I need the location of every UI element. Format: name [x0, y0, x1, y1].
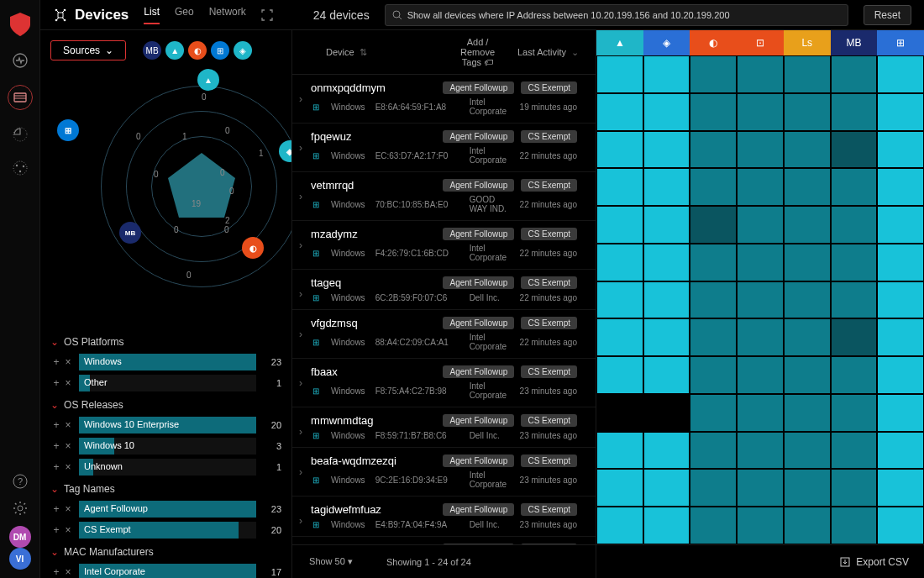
remove-icon[interactable]: ×	[62, 440, 74, 452]
source-node-icon[interactable]: MB	[119, 222, 141, 244]
device-row[interactable]: ›mmwnmdtagAgent FollowupCS Exempt⊞Window…	[292, 407, 596, 448]
add-icon[interactable]: +	[50, 566, 62, 578]
heatmap-cell[interactable]	[877, 131, 924, 169]
heatmap-cell[interactable]	[596, 55, 643, 93]
heatmap-cell[interactable]	[690, 432, 737, 470]
heatmap-cell[interactable]	[643, 318, 690, 356]
heatmap-cell[interactable]	[784, 469, 831, 507]
heatmap-cell[interactable]	[737, 469, 784, 507]
heatmap-cell[interactable]	[643, 206, 690, 244]
heatmap-cell[interactable]	[784, 206, 831, 244]
heatmap-cell[interactable]	[737, 168, 784, 206]
tag-pill[interactable]: Agent Followup	[443, 228, 514, 240]
heatmap-cell[interactable]	[877, 469, 924, 507]
heatmap-cell[interactable]	[643, 394, 690, 432]
tag-pill[interactable]: CS Exempt	[521, 81, 577, 94]
remove-icon[interactable]: ×	[62, 461, 74, 473]
expand-icon[interactable]: ›	[299, 239, 302, 251]
device-row[interactable]: ›ttageqAgent FollowupCS Exempt⊞Windows6C…	[292, 270, 596, 310]
tag-pill[interactable]: CS Exempt	[521, 179, 577, 192]
facet-row[interactable]: +×Other1	[50, 374, 281, 392]
avatar[interactable]: VI	[9, 548, 31, 570]
heatmap-cell[interactable]	[596, 168, 643, 206]
heatmap-cell[interactable]	[877, 507, 924, 544]
heatmap-cell[interactable]	[737, 244, 784, 281]
tag-pill[interactable]: Agent Followup	[443, 81, 514, 94]
tab-list[interactable]: List	[144, 6, 160, 24]
tag-pill[interactable]: CS Exempt	[521, 544, 577, 544]
heatmap-cell[interactable]	[643, 131, 690, 169]
remove-icon[interactable]: ×	[62, 377, 74, 389]
sources-button[interactable]: Sources⌄	[50, 40, 126, 60]
heatmap-cell[interactable]	[831, 131, 878, 169]
heatmap-cell[interactable]	[596, 394, 643, 432]
heatmap-cell[interactable]	[643, 469, 690, 507]
heatmap-cell[interactable]	[831, 206, 878, 244]
add-icon[interactable]: +	[50, 503, 62, 515]
source-icon[interactable]: ⊞	[211, 41, 229, 60]
heatmap-cell[interactable]	[737, 55, 784, 93]
tag-pill[interactable]: Agent Followup	[443, 276, 514, 289]
heatmap-cell[interactable]	[596, 93, 643, 131]
heatmap-cell[interactable]	[877, 356, 924, 394]
device-row[interactable]: ›qnmkagftAgent FollowupCS Exempt⊞Windows…	[292, 537, 596, 544]
remove-icon[interactable]: ×	[62, 356, 74, 368]
heatmap-header-icon[interactable]: ▲	[596, 30, 643, 55]
heatmap-cell[interactable]	[784, 356, 831, 394]
source-icon[interactable]: ◐	[188, 41, 207, 60]
heatmap-cell[interactable]	[596, 281, 643, 319]
source-node-icon[interactable]: ◐	[242, 237, 264, 259]
facet-row[interactable]: +×Windows 103	[50, 437, 281, 455]
expand-icon[interactable]: ›	[299, 426, 302, 438]
heatmap-cell[interactable]	[877, 206, 924, 244]
add-icon[interactable]: +	[50, 524, 62, 536]
tag-pill[interactable]: Agent Followup	[443, 130, 514, 143]
tag-pill[interactable]: CS Exempt	[521, 503, 577, 516]
heatmap-cell[interactable]	[784, 318, 831, 356]
expand-icon[interactable]: ›	[299, 142, 302, 154]
add-icon[interactable]: +	[50, 440, 62, 452]
source-icon[interactable]: ◈	[234, 41, 252, 60]
heatmap-cell[interactable]	[643, 93, 690, 131]
heatmap-cell[interactable]	[877, 281, 924, 319]
page-size[interactable]: Show 50 ▾	[309, 556, 353, 567]
heatmap-cell[interactable]	[643, 356, 690, 394]
heatmap-cell[interactable]	[737, 356, 784, 394]
facet-head[interactable]: ⌄OS Platforms	[50, 336, 281, 348]
heatmap-cell[interactable]	[831, 318, 878, 356]
heatmap-cell[interactable]	[877, 432, 924, 470]
tag-pill[interactable]: Agent Followup	[443, 317, 514, 329]
heatmap-cell[interactable]	[690, 507, 737, 544]
heatmap-cell[interactable]	[877, 318, 924, 356]
remove-icon[interactable]: ×	[62, 524, 74, 536]
facet-head[interactable]: ⌄MAC Manufacturers	[50, 546, 281, 558]
sort-icon[interactable]: ⇅	[360, 47, 367, 58]
heatmap-header-icon[interactable]: ⊡	[737, 30, 784, 55]
heatmap-cell[interactable]	[737, 206, 784, 244]
heatmap-cell[interactable]	[690, 168, 737, 206]
heatmap-cell[interactable]	[784, 507, 831, 544]
col-device[interactable]: Device	[326, 47, 354, 57]
heatmap-cell[interactable]	[831, 168, 878, 206]
heatmap-cell[interactable]	[690, 206, 737, 244]
heatmap-cell[interactable]	[690, 55, 737, 93]
remove-icon[interactable]: ×	[62, 419, 74, 431]
tab-geo[interactable]: Geo	[175, 6, 194, 24]
heatmap-header-icon[interactable]: ⊞	[877, 30, 924, 55]
heatmap-cell[interactable]	[831, 356, 878, 394]
search-input-wrap[interactable]	[385, 4, 848, 26]
tag-pill[interactable]: Agent Followup	[443, 365, 514, 378]
device-row[interactable]: ›mzadymzAgent FollowupCS Exempt⊞WindowsF…	[292, 221, 596, 270]
expand-icon[interactable]: ›	[299, 377, 302, 389]
add-icon[interactable]: +	[50, 356, 62, 368]
facet-row[interactable]: +×Agent Followup23	[50, 500, 281, 518]
tag-pill[interactable]: CS Exempt	[521, 228, 577, 240]
tag-pill[interactable]: CS Exempt	[521, 317, 577, 329]
tag-pill[interactable]: Agent Followup	[443, 503, 514, 516]
heatmap-cell[interactable]	[737, 93, 784, 131]
device-row[interactable]: ›onmxpqddmymAgent FollowupCS Exempt⊞Wind…	[292, 75, 596, 123]
device-row[interactable]: ›fbaaxAgent FollowupCS Exempt⊞WindowsF8:…	[292, 359, 596, 407]
heatmap-cell[interactable]	[643, 432, 690, 470]
fullscreen-icon[interactable]	[261, 9, 273, 21]
expand-icon[interactable]: ›	[299, 93, 302, 105]
